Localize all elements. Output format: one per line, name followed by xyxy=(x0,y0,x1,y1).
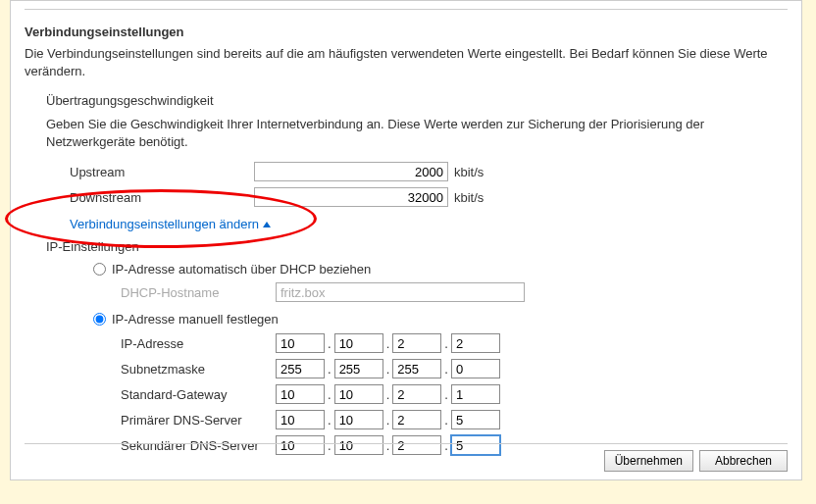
dns2-octet-1[interactable] xyxy=(276,435,325,455)
cancel-button[interactable]: Abbrechen xyxy=(699,450,788,472)
gw-octet-1[interactable] xyxy=(276,384,325,404)
dhcp-hostname-input xyxy=(276,282,525,302)
divider-bottom xyxy=(25,443,788,444)
gw-octet-2[interactable] xyxy=(334,384,383,404)
subnet-octet-1[interactable] xyxy=(276,359,325,378)
dns2-octet-3[interactable] xyxy=(392,435,441,455)
gw-octet-3[interactable] xyxy=(392,384,441,404)
gw-octet-4[interactable] xyxy=(451,384,500,404)
dns1-octet-3[interactable] xyxy=(392,410,441,429)
upstream-input[interactable] xyxy=(254,162,448,181)
subnet-octet-2[interactable] xyxy=(334,359,383,378)
section-desc: Die Verbindungseinstellungen sind bereit… xyxy=(25,45,788,79)
upstream-unit: kbit/s xyxy=(454,165,484,179)
ip-address-label: IP-Adresse xyxy=(121,336,276,351)
ip-addr-octet-2[interactable] xyxy=(334,333,383,353)
dhcp-hostname-label: DHCP-Hostname xyxy=(121,285,276,300)
row-gateway: Standard-Gateway . . . xyxy=(121,383,788,405)
row-dns1: Primärer DNS-Server . . . xyxy=(121,409,788,430)
dns2-label: Sekundärer DNS-Server xyxy=(121,438,276,453)
radio-manual[interactable] xyxy=(93,313,106,326)
ip-title: IP-Einstellungen xyxy=(46,239,788,254)
apply-button[interactable]: Übernehmen xyxy=(604,450,693,472)
settings-panel: Verbindungseinstellungen Die Verbindungs… xyxy=(10,0,802,480)
radio-dhcp[interactable] xyxy=(93,263,106,276)
downstream-unit: kbit/s xyxy=(454,190,484,205)
ip-addr-octet-3[interactable] xyxy=(392,333,441,353)
dns2-octet-4[interactable] xyxy=(451,435,500,455)
downstream-label: Downstream xyxy=(70,190,254,205)
speed-desc: Geben Sie die Geschwindigkeit Ihrer Inte… xyxy=(46,116,788,150)
row-subnet-mask: Subnetzmaske . . . xyxy=(121,358,788,379)
dns2-octet-2[interactable] xyxy=(334,435,383,455)
toggle-connection-settings[interactable]: Verbindungseinstellungen ändern xyxy=(70,217,788,231)
downstream-input[interactable] xyxy=(254,187,448,207)
dns1-label: Primärer DNS-Server xyxy=(121,413,276,428)
divider-top xyxy=(25,9,788,10)
ip-addr-octet-1[interactable] xyxy=(276,333,325,353)
row-ip-address: IP-Adresse . . . xyxy=(121,332,788,354)
subnet-octet-4[interactable] xyxy=(451,359,500,378)
toggle-link-text: Verbindungseinstellungen ändern xyxy=(70,217,259,231)
section-title: Verbindungseinstellungen xyxy=(25,25,788,39)
dns1-octet-2[interactable] xyxy=(334,410,383,429)
dns1-octet-1[interactable] xyxy=(276,410,325,429)
radio-dhcp-label: IP-Adresse automatisch über DHCP beziehe… xyxy=(112,262,371,277)
subnet-mask-label: Subnetzmaske xyxy=(121,362,276,377)
speed-title: Übertragungsgeschwindigkeit xyxy=(46,93,788,108)
ip-addr-octet-4[interactable] xyxy=(451,333,500,353)
dns1-octet-4[interactable] xyxy=(451,410,500,429)
gateway-label: Standard-Gateway xyxy=(121,387,276,402)
subnet-octet-3[interactable] xyxy=(392,359,441,378)
radio-manual-label: IP-Adresse manuell festlegen xyxy=(112,312,279,327)
upstream-label: Upstream xyxy=(70,165,254,179)
chevron-up-icon xyxy=(263,222,271,227)
